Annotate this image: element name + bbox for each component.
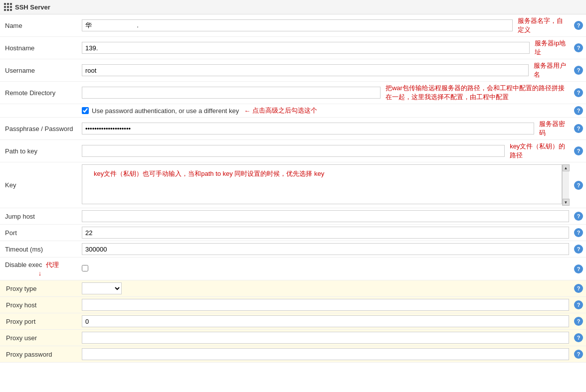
timeout-label: Timeout (ms) — [0, 241, 80, 258]
key-label: Key — [0, 162, 80, 208]
key-row: Key ▲ ▼ key文件（私钥）也可手动输入，当和path to key 同时… — [0, 162, 586, 208]
timeout-row: Timeout (ms) ? — [0, 241, 586, 258]
proxy-password-input[interactable] — [82, 348, 569, 360]
port-label: Port — [0, 225, 80, 241]
proxy-type-help-button[interactable]: ? — [574, 284, 583, 293]
port-row: Port ? — [0, 225, 586, 241]
port-help-button[interactable]: ? — [574, 228, 583, 237]
section-header: SSH Server — [0, 0, 586, 14]
proxy-port-help: ? — [571, 313, 586, 330]
use-password-checkbox[interactable] — [82, 107, 89, 114]
remote-directory-row: Remote Directory 把war包传输给远程服务器的路径，会和工程中配… — [0, 82, 586, 104]
hostname-input[interactable] — [82, 42, 530, 54]
proxy-port-row: Proxy port ? — [0, 313, 586, 330]
path-to-key-input-cell: key文件（私钥）的路径 — [80, 140, 571, 162]
name-input-cell: 服务器名字，自定义 — [80, 14, 571, 37]
use-password-row: Use password authentication, or use a di… — [0, 104, 586, 118]
proxy-host-label: Proxy host — [0, 297, 80, 313]
use-password-help: ? — [571, 104, 586, 118]
disable-exec-input-cell — [80, 258, 571, 280]
proxy-port-label: Proxy port — [0, 313, 80, 330]
proxy-password-row: Proxy password ? — [0, 346, 586, 363]
disable-exec-help: ? — [571, 258, 586, 280]
proxy-port-input-cell — [80, 313, 571, 330]
proxy-port-input[interactable] — [82, 315, 569, 327]
proxy-type-input-cell: HTTP SOCKS4 SOCKS5 — [80, 280, 571, 297]
path-to-key-row: Path to key key文件（私钥）的路径 ? — [0, 140, 586, 162]
remote-directory-input-cell: 把war包传输给远程服务器的路径，会和工程中配置的路径拼接在一起，这里我选择不配… — [80, 82, 571, 104]
hostname-input-cell: 服务器ip地址 — [80, 37, 571, 59]
username-input[interactable] — [82, 64, 529, 76]
section-title: SSH Server — [15, 3, 50, 11]
use-password-help-button[interactable]: ? — [574, 106, 583, 115]
disable-exec-row: Disable exec 代理 ↓ ? — [0, 258, 586, 280]
remote-directory-annotation: 把war包传输给远程服务器的路径，会和工程中配置的路径拼接在一起，这里我选择不配… — [386, 84, 569, 102]
jump-host-help-button[interactable]: ? — [574, 212, 583, 221]
name-row: Name 服务器名字，自定义 ? — [0, 14, 586, 37]
passphrase-help-button[interactable]: ? — [574, 124, 583, 133]
disable-exec-help-button[interactable]: ? — [574, 264, 583, 273]
proxy-user-input[interactable] — [82, 332, 569, 344]
hostname-help-button[interactable]: ? — [574, 43, 583, 52]
key-textarea[interactable] — [82, 164, 562, 204]
disable-exec-checkbox[interactable] — [82, 265, 88, 271]
timeout-help-button[interactable]: ? — [574, 245, 583, 254]
proxy-type-row: Proxy type HTTP SOCKS4 SOCKS5 ? — [0, 280, 586, 297]
scroll-up-btn[interactable]: ▲ — [563, 164, 570, 171]
key-input-cell: ▲ ▼ key文件（私钥）也可手动输入，当和path to key 同时设置的时… — [80, 162, 571, 208]
grid-icon — [4, 3, 12, 11]
remote-directory-input[interactable] — [82, 87, 381, 99]
use-password-label: Use password authentication, or use a di… — [92, 107, 239, 115]
username-help-button[interactable]: ? — [574, 66, 583, 75]
proxy-user-help-button[interactable]: ? — [574, 333, 583, 342]
key-help-button[interactable]: ? — [574, 181, 583, 190]
username-label: Username — [0, 59, 80, 82]
disable-exec-label: Disable exec 代理 ↓ — [0, 258, 80, 280]
port-input-cell — [80, 225, 571, 241]
proxy-host-help: ? — [571, 297, 586, 313]
passphrase-input-cell: 服务器密码 — [80, 118, 571, 140]
jump-host-help: ? — [571, 208, 586, 225]
name-input[interactable] — [82, 19, 513, 31]
passphrase-input[interactable] — [82, 123, 534, 134]
proxy-password-label: Proxy password — [0, 346, 80, 363]
passphrase-help: ? — [571, 118, 586, 140]
passphrase-annotation: 服务器密码 — [539, 120, 569, 137]
username-row: Username 服务器用户名 ? — [0, 59, 586, 82]
name-annotation: 服务器名字，自定义 — [518, 16, 569, 34]
port-input[interactable] — [82, 227, 569, 239]
proxy-user-label: Proxy user — [0, 330, 80, 346]
proxy-password-help: ? — [571, 346, 586, 363]
remote-directory-help-button[interactable]: ? — [574, 88, 583, 97]
proxy-port-help-button[interactable]: ? — [574, 317, 583, 326]
scroll-down-btn[interactable]: ▼ — [563, 199, 570, 206]
proxy-password-help-button[interactable]: ? — [574, 350, 583, 359]
jump-host-input-cell — [80, 208, 571, 225]
name-help-button[interactable]: ? — [574, 21, 583, 30]
jump-host-input[interactable] — [82, 210, 569, 222]
hostname-help: ? — [571, 37, 586, 59]
main-container: SSH Server Name 服务器名字，自定义 ? Hostname 服务 — [0, 0, 586, 392]
username-annotation: 服务器用户名 — [534, 61, 569, 79]
timeout-input[interactable] — [82, 243, 569, 255]
timeout-input-cell — [80, 241, 571, 258]
proxy-type-label: Proxy type — [0, 280, 80, 297]
path-to-key-label: Path to key — [0, 140, 80, 162]
proxy-password-input-cell — [80, 346, 571, 363]
proxy-host-help-button[interactable]: ? — [574, 300, 583, 309]
proxy-host-input[interactable] — [82, 299, 569, 311]
proxy-user-row: Proxy user ? — [0, 330, 586, 346]
hostname-label: Hostname — [0, 37, 80, 59]
use-password-annotation: ← 点击高级之后勾选这个 — [244, 106, 317, 115]
proxy-host-input-cell — [80, 297, 571, 313]
path-to-key-input[interactable] — [82, 145, 505, 157]
proxy-host-row: Proxy host ? — [0, 297, 586, 313]
port-help: ? — [571, 225, 586, 241]
key-help: ? — [571, 162, 586, 208]
username-input-cell: 服务器用户名 — [80, 59, 571, 82]
proxy-type-select[interactable]: HTTP SOCKS4 SOCKS5 — [82, 282, 122, 294]
remote-directory-label: Remote Directory — [0, 82, 80, 104]
proxy-user-input-cell — [80, 330, 571, 346]
jump-host-row: Jump host ? — [0, 208, 586, 225]
path-to-key-help-button[interactable]: ? — [574, 146, 583, 155]
